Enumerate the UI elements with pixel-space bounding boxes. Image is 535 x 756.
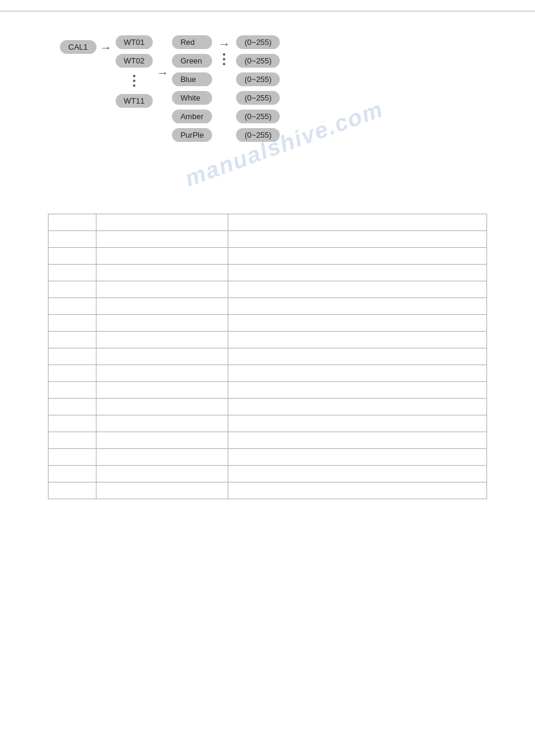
cell-r8c1 bbox=[96, 348, 228, 365]
rdot1 bbox=[223, 53, 225, 56]
arrow-2: → bbox=[156, 64, 168, 80]
cell-r0c2 bbox=[228, 214, 487, 231]
range-1: (0~255) bbox=[236, 54, 280, 68]
cell-r13c0 bbox=[49, 432, 96, 449]
cell-r14c2 bbox=[228, 449, 487, 466]
cell-r13c2 bbox=[228, 432, 487, 449]
range-0: (0~255) bbox=[236, 35, 280, 49]
table-row bbox=[49, 482, 487, 499]
cell-r16c2 bbox=[228, 482, 487, 499]
table-row bbox=[49, 332, 487, 348]
wt-dots bbox=[116, 75, 153, 87]
table-row bbox=[49, 382, 487, 399]
cell-r1c2 bbox=[228, 231, 487, 248]
cal-node: CAL1 bbox=[60, 40, 96, 54]
cell-r12c2 bbox=[228, 415, 487, 432]
cell-r11c0 bbox=[49, 399, 96, 415]
cell-r15c1 bbox=[96, 466, 228, 482]
diagram-section: manualshive.com CAL1 → WT01 WT02 WT11 bbox=[0, 11, 535, 160]
range-nodes: (0~255) (0~255) (0~255) (0~255) (0~255) … bbox=[236, 35, 280, 142]
cell-r3c2 bbox=[228, 265, 487, 281]
table-row bbox=[49, 298, 487, 315]
cell-r2c2 bbox=[228, 248, 487, 265]
cell-r16c1 bbox=[96, 482, 228, 499]
table-row bbox=[49, 315, 487, 332]
range-4: (0~255) bbox=[236, 110, 280, 123]
cell-r5c1 bbox=[96, 298, 228, 315]
cell-r10c2 bbox=[228, 382, 487, 399]
color-amber: Amber bbox=[172, 110, 212, 123]
cell-r9c1 bbox=[96, 365, 228, 382]
cell-r4c1 bbox=[96, 281, 228, 298]
cell-r2c0 bbox=[49, 248, 96, 265]
table-row bbox=[49, 281, 487, 298]
cell-r11c2 bbox=[228, 399, 487, 415]
table-row bbox=[49, 248, 487, 265]
table-section bbox=[0, 196, 535, 523]
color-white: White bbox=[172, 91, 212, 105]
cell-r5c0 bbox=[49, 298, 96, 315]
wt-column-group: WT01 WT02 WT11 → bbox=[116, 35, 173, 108]
cell-r6c1 bbox=[96, 315, 228, 332]
table-row bbox=[49, 466, 487, 482]
cell-r13c1 bbox=[96, 432, 228, 449]
range-5: (0~255) bbox=[236, 128, 280, 142]
color-column-group: Red Green Blue White Amber PurPle → bbox=[172, 35, 236, 142]
color-red: Red bbox=[172, 35, 212, 49]
cell-r6c0 bbox=[49, 315, 96, 332]
diagram-container: CAL1 → WT01 WT02 WT11 → bbox=[60, 35, 475, 142]
cell-r8c0 bbox=[49, 348, 96, 365]
cell-r12c0 bbox=[49, 415, 96, 432]
wt11-node: WT11 bbox=[116, 94, 153, 108]
dot1 bbox=[133, 75, 135, 77]
cell-r9c2 bbox=[228, 365, 487, 382]
wt02-node: WT02 bbox=[116, 54, 153, 68]
cell-r4c0 bbox=[49, 281, 96, 298]
table-row bbox=[49, 449, 487, 466]
cell-r8c2 bbox=[228, 348, 487, 365]
cell-r7c2 bbox=[228, 332, 487, 348]
color-nodes: Red Green Blue White Amber PurPle bbox=[172, 35, 212, 142]
wt-nodes: WT01 WT02 WT11 bbox=[116, 35, 153, 108]
table-row bbox=[49, 365, 487, 382]
data-table bbox=[48, 214, 487, 499]
cell-r1c1 bbox=[96, 231, 228, 248]
table-row bbox=[49, 399, 487, 415]
table-row bbox=[49, 415, 487, 432]
wt01-node: WT01 bbox=[116, 35, 153, 49]
table-row bbox=[49, 214, 487, 231]
cell-r2c1 bbox=[96, 248, 228, 265]
color-purple: PurPle bbox=[172, 128, 212, 142]
cell-r1c0 bbox=[49, 231, 96, 248]
rdot3 bbox=[223, 63, 225, 65]
table-row bbox=[49, 231, 487, 248]
cell-r3c0 bbox=[49, 265, 96, 281]
cal-node-group: CAL1 → bbox=[60, 39, 116, 54]
color-green: Green bbox=[172, 54, 212, 68]
cell-r14c1 bbox=[96, 449, 228, 466]
cell-r0c0 bbox=[49, 214, 96, 231]
right-dots bbox=[223, 53, 225, 65]
cell-r10c0 bbox=[49, 382, 96, 399]
dot3 bbox=[133, 84, 135, 87]
table-row bbox=[49, 348, 487, 365]
table-body bbox=[49, 214, 487, 499]
cell-r10c1 bbox=[96, 382, 228, 399]
cell-r9c0 bbox=[49, 365, 96, 382]
table-row bbox=[49, 265, 487, 281]
wt01-row: WT01 WT02 WT11 → bbox=[116, 35, 173, 108]
color-blue: Blue bbox=[172, 72, 212, 86]
cell-r15c2 bbox=[228, 466, 487, 482]
arrow-1: → bbox=[100, 41, 112, 54]
dashed-arrow-group: → bbox=[216, 35, 232, 68]
cell-r14c0 bbox=[49, 449, 96, 466]
cell-r4c2 bbox=[228, 281, 487, 298]
range-2: (0~255) bbox=[236, 72, 280, 86]
cell-r15c0 bbox=[49, 466, 96, 482]
cell-r7c1 bbox=[96, 332, 228, 348]
cell-r12c1 bbox=[96, 415, 228, 432]
cell-r3c1 bbox=[96, 265, 228, 281]
dot2 bbox=[133, 80, 135, 82]
range-3: (0~255) bbox=[236, 91, 280, 105]
table-row bbox=[49, 432, 487, 449]
